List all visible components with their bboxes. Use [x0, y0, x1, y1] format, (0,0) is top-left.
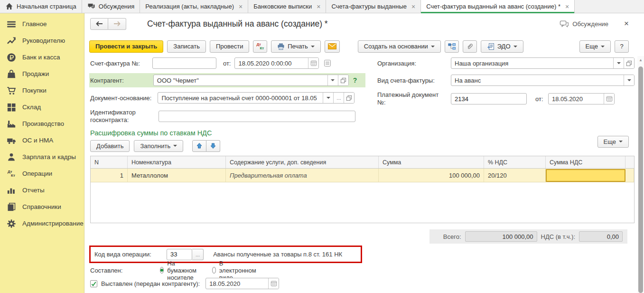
post-and-close-button[interactable]: Провести и закрыть	[89, 40, 163, 53]
organization-input[interactable]: Наша организация	[451, 58, 613, 68]
counterparty-help-icon[interactable]: ?	[353, 76, 357, 84]
post-button[interactable]: Провести	[210, 40, 250, 53]
move-up-button[interactable]	[192, 140, 206, 152]
table-more-button[interactable]: Еще	[597, 136, 629, 148]
sidebar-item[interactable]: Администрирование	[0, 215, 84, 232]
gov-contract-input[interactable]	[159, 111, 355, 122]
base-doc-open-button[interactable]	[344, 93, 354, 103]
tab[interactable]: Обсуждения	[82, 0, 140, 13]
sidebar-item[interactable]: ОС и НМА	[0, 132, 84, 149]
column-header[interactable]: N	[91, 156, 128, 168]
column-header[interactable]: Сумма	[379, 156, 484, 168]
sidebar-item-label: Отчеты	[22, 187, 45, 194]
tab[interactable]: Банковские выписки×	[248, 0, 326, 13]
table-cell[interactable]: Металлолом	[128, 169, 226, 182]
tab-bar: Начальная страницаОбсужденияРеализация (…	[0, 0, 644, 13]
related-documents-button[interactable]	[445, 40, 459, 53]
sidebar-item[interactable]: Покупки	[0, 82, 84, 99]
base-doc-dropdown-button[interactable]	[323, 93, 333, 103]
attachments-button[interactable]	[463, 40, 477, 53]
sidebar-item[interactable]: Банк и касса	[0, 49, 84, 66]
calendar-button[interactable]	[268, 278, 279, 289]
chevron-down-icon	[327, 97, 330, 99]
organization-open-button[interactable]	[624, 58, 634, 68]
arrow-down-icon	[210, 142, 216, 149]
column-header[interactable]: Содержание услуги, доп. сведения	[226, 156, 379, 168]
add-row-button[interactable]: Добавить	[90, 140, 130, 152]
forward-button[interactable]	[108, 18, 126, 30]
more-button[interactable]: Еще	[579, 40, 611, 53]
sidebar-item[interactable]: Зарплата и кадры	[0, 149, 84, 165]
sidebar-item-label: Главное	[22, 20, 47, 28]
move-down-button[interactable]	[206, 140, 220, 152]
table-cell[interactable]: 20/120	[484, 169, 546, 182]
sidebar-item[interactable]: Склад	[0, 99, 84, 115]
organization-dropdown-button[interactable]	[613, 58, 624, 68]
column-header[interactable]: % НДС	[484, 156, 546, 168]
counterparty-input[interactable]: ООО "Чермет"	[154, 75, 327, 85]
table-row[interactable]: 1МеталлоломПредварительная оплата100 000…	[91, 169, 634, 182]
active-edit-cell[interactable]	[546, 169, 625, 182]
column-header[interactable]: Номенклатура	[128, 156, 226, 168]
issued-checkbox[interactable]	[90, 280, 97, 287]
operation-code-ellipsis-button[interactable]: ...	[192, 249, 204, 260]
tab-close-icon[interactable]: ×	[565, 3, 569, 10]
invoice-date-input[interactable]: 18.05.2020 0:00:00	[235, 58, 308, 68]
calendar-button[interactable]	[604, 94, 614, 104]
sidebar-item[interactable]: Продажи	[0, 66, 84, 82]
send-email-button[interactable]	[325, 40, 340, 53]
tab-close-icon[interactable]: ×	[411, 3, 415, 10]
sidebar-item[interactable]: Руководителю	[0, 32, 84, 49]
dtkt-postings-button[interactable]: ДтКт	[253, 40, 267, 53]
base-doc-ellipsis-button[interactable]: ...	[333, 93, 344, 103]
table-cell[interactable]: 1	[91, 169, 128, 182]
payment-doc-no-input[interactable]: 2134	[451, 93, 527, 104]
sidebar-item[interactable]: Справочники	[0, 198, 84, 215]
issued-date-input[interactable]: 18.05.2020	[206, 278, 268, 289]
tab-close-icon[interactable]: ×	[239, 3, 243, 10]
table-cell[interactable]: 100 000,00	[379, 169, 484, 182]
edo-button[interactable]: ЭДО	[481, 40, 523, 53]
payment-date-input[interactable]: 18.05.2020	[549, 94, 604, 104]
chevron-down-icon	[617, 62, 621, 64]
invoice-kind-group: На аванс	[451, 75, 635, 86]
scroll-up-icon[interactable]: ▲	[637, 56, 644, 64]
back-button[interactable]	[90, 18, 108, 30]
tab[interactable]: Счет-фактура выданный на аванс (создание…	[421, 0, 575, 13]
close-form-icon[interactable]: ×	[624, 19, 629, 28]
radio-electronic[interactable]	[212, 267, 216, 274]
tab-close-icon[interactable]: ×	[317, 3, 320, 10]
print-button[interactable]: Печать	[271, 40, 321, 53]
books-icon	[7, 202, 16, 212]
sidebar-item[interactable]: Главное	[0, 16, 84, 32]
vertical-scrollbar[interactable]: ▲	[637, 56, 644, 293]
table-cell[interactable]: Предварительная оплата	[226, 169, 379, 182]
issued-date-group: 18.05.2020	[205, 278, 279, 289]
fill-button[interactable]: Заполнить	[134, 140, 183, 152]
sidebar-item[interactable]: ДтКтОперации	[0, 165, 84, 182]
create-based-on-button[interactable]: Создать на основании	[358, 40, 441, 53]
tab[interactable]: Счета-фактуры выданные×	[326, 0, 421, 13]
column-header[interactable]: Сумма НДС	[546, 156, 625, 168]
sidebar-item[interactable]: Отчеты	[0, 182, 84, 198]
radio-paper[interactable]	[160, 267, 164, 274]
counterparty-open-button[interactable]	[338, 75, 348, 85]
tab[interactable]: Реализация (акты, накладные)×	[140, 0, 248, 13]
organization-label: Организация:	[377, 60, 416, 67]
invoice-no-input[interactable]	[152, 57, 216, 69]
discussion-link[interactable]: Обсуждение	[572, 20, 608, 28]
invoice-kind-dropdown-button[interactable]	[624, 75, 634, 85]
dtkt-icon: ДтКт	[256, 43, 264, 50]
help-button[interactable]: ?	[615, 40, 629, 53]
invoice-kind-input[interactable]: На аванс	[451, 75, 624, 85]
scrollbar-thumb[interactable]	[638, 66, 643, 293]
operation-code-input[interactable]: 33	[167, 249, 192, 260]
calendar-button[interactable]	[308, 58, 318, 68]
save-button[interactable]: Записать	[167, 40, 206, 53]
open-list-icon[interactable]	[324, 59, 331, 67]
base-doc-input[interactable]: Поступление на расчетный счет 0000-00000…	[158, 93, 323, 103]
tab[interactable]: Начальная страница	[0, 0, 82, 13]
sidebar-item-label: Зарплата и кадры	[22, 153, 76, 161]
sidebar-item[interactable]: Производство	[0, 115, 84, 132]
counterparty-dropdown-button[interactable]	[327, 75, 338, 85]
